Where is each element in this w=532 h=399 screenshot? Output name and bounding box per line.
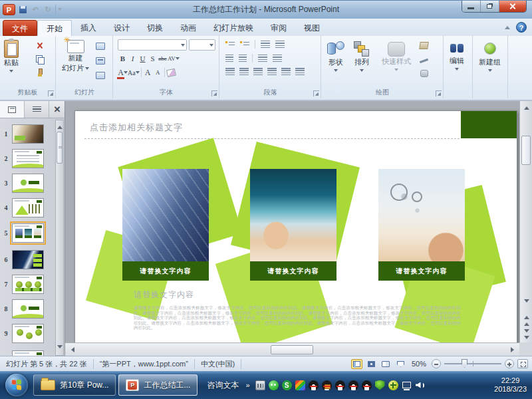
numbering-icon[interactable]: [240, 41, 249, 48]
slide-sorter-button[interactable]: [366, 359, 377, 369]
slide-thumbnail-7[interactable]: [12, 275, 44, 294]
align-text-icon[interactable]: [273, 55, 282, 62]
clear-formatting-button[interactable]: [166, 67, 176, 78]
tab-view[interactable]: 视图: [295, 20, 329, 36]
tab-insert[interactable]: 插入: [72, 20, 105, 36]
zoom-in-button[interactable]: [505, 359, 514, 368]
align-left-icon[interactable]: [225, 68, 235, 75]
slide-thumb-row-10[interactable]: 10: [0, 348, 56, 356]
shape-outline-button[interactable]: [419, 55, 429, 64]
tab-design[interactable]: 设计: [105, 20, 138, 36]
toolbar-chevron-icon[interactable]: »: [245, 381, 249, 389]
slide-thumb-row-5-selected[interactable]: 5: [0, 221, 56, 244]
card-image-stairs[interactable]: [122, 169, 209, 261]
quick-styles-button[interactable]: 快速样式: [382, 42, 411, 73]
panel-scroll-down-icon[interactable]: [57, 345, 63, 351]
paste-dropdown-arrow-icon[interactable]: [9, 70, 13, 74]
horizontal-scrollbar[interactable]: [65, 342, 519, 356]
smartart-convert-icon[interactable]: [295, 68, 305, 75]
volume-icon[interactable]: [415, 380, 425, 390]
drawing-dialog-launcher[interactable]: [436, 90, 442, 96]
sogou-icon[interactable]: S: [282, 380, 292, 390]
qq-icon[interactable]: [348, 380, 358, 390]
qq-icon[interactable]: [335, 380, 345, 390]
taskbar-toolbar-label[interactable]: 咨询文本: [200, 380, 245, 391]
panel-scrollbar-thumb[interactable]: [57, 132, 63, 164]
card-caption[interactable]: 请替换文字内容: [122, 261, 209, 281]
rainbow-app-icon[interactable]: [295, 380, 305, 390]
scroll-left-button[interactable]: [65, 347, 77, 352]
bold-button[interactable]: B: [118, 53, 128, 64]
align-center-icon[interactable]: [239, 68, 249, 75]
taskbar-clock[interactable]: 22:29 2018/3/23: [494, 376, 527, 394]
shape-fill-button[interactable]: [419, 41, 429, 50]
slide-thumbnail-10[interactable]: [12, 350, 44, 356]
strikethrough-button[interactable]: abc: [158, 53, 168, 64]
zoom-slider[interactable]: [444, 363, 501, 364]
slide-thumb-row-8[interactable]: 8: [0, 297, 56, 320]
tab-slides-thumbnails[interactable]: [0, 101, 25, 118]
taskbar-powerpoint-button[interactable]: P 工作总结工...: [118, 374, 198, 396]
title-bar[interactable]: P ↶ ↻ 工作总结工作计划 - Microsoft PowerPoint: [0, 0, 532, 19]
grow-font-button[interactable]: A: [143, 67, 153, 78]
minimize-button[interactable]: [462, 1, 481, 13]
paragraph-dialog-launcher[interactable]: [313, 90, 319, 96]
decrease-indent-icon[interactable]: [225, 55, 233, 62]
font-size-combo[interactable]: [189, 39, 215, 51]
tab-transitions[interactable]: 切换: [138, 20, 172, 36]
slide-thumbnail-2[interactable]: [12, 149, 44, 168]
slideshow-button[interactable]: [395, 359, 406, 369]
tab-file[interactable]: 文件: [3, 20, 37, 36]
network-icon[interactable]: [402, 380, 412, 390]
previous-slide-button[interactable]: [520, 314, 532, 325]
panel-scrollbar[interactable]: [55, 120, 64, 356]
slide-thumbnail-1[interactable]: [12, 124, 44, 144]
layout-button[interactable]: [95, 41, 105, 51]
columns-icon[interactable]: [258, 55, 267, 62]
tab-outline[interactable]: [25, 101, 49, 118]
image-card-1[interactable]: 请替换文字内容: [122, 169, 209, 282]
slide-thumbnail-9[interactable]: [12, 324, 44, 343]
change-case-button[interactable]: Aa: [128, 67, 140, 78]
slide-canvas[interactable]: 点击添加相关标题文字 请替换文字内容 请替换文字内容: [74, 110, 517, 356]
arrange-button[interactable]: 排列: [354, 41, 370, 74]
character-spacing-button[interactable]: AV: [168, 53, 180, 64]
slide-title-placeholder[interactable]: 点击添加相关标题文字: [90, 122, 183, 134]
qq-icon[interactable]: [309, 380, 319, 390]
zoom-slider-thumb[interactable]: [462, 359, 467, 368]
reset-button[interactable]: [95, 56, 105, 65]
font-name-combo[interactable]: [118, 39, 187, 51]
coin-plus-icon[interactable]: [388, 380, 398, 390]
card-image-gears[interactable]: [378, 169, 465, 261]
slide-thumbnail-5[interactable]: [12, 223, 44, 243]
image-card-3[interactable]: 请替换文字内容: [378, 169, 465, 282]
body-text-placeholder[interactable]: 请替换文字内容，点击添加相关标题文字，修改文字内容，也可以复制你的内容到此。请替…: [134, 305, 461, 331]
editing-button[interactable]: 编辑: [450, 43, 464, 72]
card-caption[interactable]: 请替换文字内容: [250, 261, 336, 281]
cut-button[interactable]: [35, 41, 45, 51]
tab-slideshow[interactable]: 幻灯片放映: [205, 20, 262, 36]
tab-home[interactable]: 开始: [37, 20, 72, 36]
start-button[interactable]: [5, 374, 28, 396]
slide-thumb-row-2[interactable]: 2: [0, 147, 56, 170]
next-slide-button[interactable]: [520, 330, 532, 341]
shapes-button[interactable]: 形状: [327, 41, 344, 74]
vertical-scrollbar[interactable]: [519, 101, 532, 342]
text-direction-icon[interactable]: [275, 41, 285, 48]
increase-indent-icon[interactable]: [239, 55, 247, 62]
slide-thumb-row-6[interactable]: 6: [0, 248, 56, 271]
font-color-button[interactable]: A: [118, 67, 128, 78]
slide-thumb-row-1[interactable]: 1: [0, 122, 56, 145]
new-slide-dropdown-arrow-icon[interactable]: [85, 67, 89, 72]
underline-button[interactable]: U: [138, 53, 148, 64]
format-painter-button[interactable]: [35, 68, 45, 77]
close-button[interactable]: [499, 1, 526, 13]
section-button[interactable]: [95, 70, 105, 80]
shrink-font-button[interactable]: A: [153, 67, 163, 78]
scroll-right-button[interactable]: [507, 347, 519, 352]
normal-view-button[interactable]: [351, 359, 362, 369]
image-card-2[interactable]: 请替换文字内容: [250, 169, 336, 282]
taskbar-folder-button[interactable]: 第10章 Pow...: [33, 374, 116, 396]
zoom-percentage[interactable]: 50%: [412, 360, 426, 368]
wechat-icon[interactable]: [269, 380, 279, 390]
